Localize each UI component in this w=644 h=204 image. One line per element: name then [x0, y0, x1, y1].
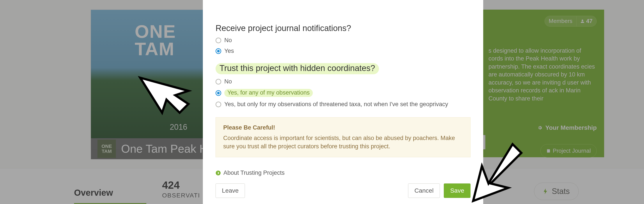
leave-button[interactable]: Leave — [216, 184, 245, 198]
modal-footer: Leave Cancel Save — [203, 177, 483, 204]
svg-point-0 — [216, 171, 220, 175]
radio-trust-threatened[interactable]: Yes, but only for my observations of thr… — [216, 101, 470, 108]
warning-body: Coordinate access is important for scien… — [223, 134, 463, 151]
trust-warning-box: Please Be Careful! Coordinate access is … — [216, 117, 470, 157]
cancel-button[interactable]: Cancel — [408, 184, 440, 198]
radio-label: Yes, but only for my observations of thr… — [224, 101, 448, 108]
radio-label: Yes — [224, 48, 234, 54]
about-trusting-projects-link[interactable]: About Trusting Projects — [216, 170, 470, 176]
radio-label: No — [224, 37, 232, 44]
question-trust-coordinates: Trust this project with hidden coordinat… — [216, 63, 379, 74]
question-journal-notifications: Receive project journal notifications? — [216, 24, 470, 33]
radio-icon — [216, 102, 221, 107]
radio-trust-no[interactable]: No — [216, 78, 470, 85]
radio-icon — [216, 90, 221, 96]
radio-icon — [216, 48, 221, 54]
warning-title: Please Be Careful! — [223, 124, 463, 132]
chevron-circle-right-icon — [216, 170, 221, 176]
radio-journal-yes[interactable]: Yes — [216, 48, 470, 54]
radio-icon — [216, 38, 221, 43]
radio-trust-any[interactable]: Yes, for any of my observations — [216, 89, 470, 97]
save-button[interactable]: Save — [444, 184, 470, 198]
membership-settings-modal: Receive project journal notifications? N… — [203, 0, 483, 204]
radio-icon — [216, 79, 221, 85]
radio-journal-no[interactable]: No — [216, 37, 470, 44]
radio-label: Yes, for any of my observations — [224, 89, 313, 97]
about-link-text: About Trusting Projects — [224, 170, 284, 176]
radio-label: No — [224, 78, 232, 85]
